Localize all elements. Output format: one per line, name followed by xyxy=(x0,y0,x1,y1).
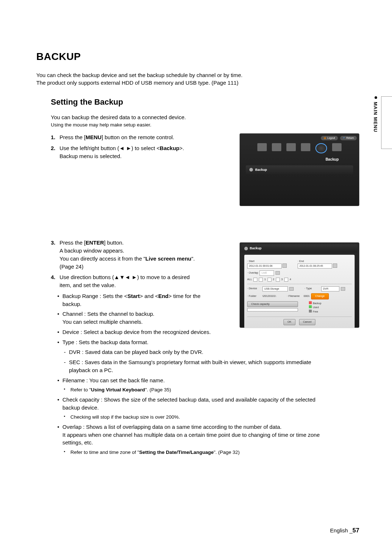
bullet-icon: • xyxy=(57,376,62,384)
page-title: BACKUP xyxy=(36,51,359,63)
checkbox-ch4[interactable] xyxy=(284,278,288,282)
bullet-overlap: • Overlap : Shows a list of overlapping … xyxy=(57,423,359,447)
menu-icon[interactable] xyxy=(301,143,310,151)
note-icon: ▪ xyxy=(64,449,70,456)
cancel-button[interactable]: Cancel xyxy=(299,319,315,325)
logout-button[interactable]: ⏻Logout xyxy=(321,136,338,140)
start-input[interactable]: 2012-01-01 00:01:06 xyxy=(247,263,282,269)
step-2: 2. Use the left/right button (◄ ►) to se… xyxy=(51,144,232,160)
side-section-label: MAIN MENU xyxy=(373,102,378,132)
dropdown-icon[interactable] xyxy=(275,271,280,275)
sub-type-dvr: - DVR : Saved data can be played back on… xyxy=(64,348,359,356)
overlap-field: · Overlap List0 xyxy=(247,270,352,275)
filename-value: 0001 xyxy=(304,294,310,298)
bullet-icon: • xyxy=(57,338,62,346)
step-text: Press the [ENTER] button. A backup windo… xyxy=(60,239,195,270)
bullet-range: • Backup Range : Sets the <Start> and <E… xyxy=(57,292,232,308)
type-select[interactable]: DVR xyxy=(321,286,339,291)
page-footer: English _57 xyxy=(330,527,359,534)
bullet-text: Filename : You can set the back file nam… xyxy=(62,376,165,384)
step-text: Use direction buttons (▲▼◄ ►) to move to… xyxy=(60,273,190,289)
bullet-icon: • xyxy=(57,423,62,447)
bullet-text: Device : Select a backup device from the… xyxy=(62,328,211,336)
ok-button[interactable]: OK xyxy=(283,319,295,325)
checkbox-ch3[interactable] xyxy=(276,278,280,282)
end-input[interactable]: 2012-01-01 08:25:45 xyxy=(298,263,332,269)
desc-line2: Using the mouse may help make setup easi… xyxy=(51,121,359,129)
intro-line1: You can check the backup device and set … xyxy=(36,71,359,79)
intro-line2: The product only supports external HDD o… xyxy=(36,79,359,86)
folder-field: · Folder \20120101\ xyxy=(247,293,276,299)
step-number: 2. xyxy=(51,144,57,160)
checkbox-all[interactable] xyxy=(253,278,257,282)
channel-row: ALL 1 2 3 4 xyxy=(247,278,352,282)
sub-type-sec: - SEC : Saves data in the Samsung's prop… xyxy=(64,358,359,374)
side-dot-icon xyxy=(375,96,377,99)
start-field: · Start 2012-01-01 00:01:06 xyxy=(247,259,287,269)
note-text: Refer to time and time zone of "Setting … xyxy=(70,449,240,456)
device-select[interactable]: USB-Storage xyxy=(262,286,288,291)
spinner-icon[interactable] xyxy=(333,263,337,268)
capacity-bar xyxy=(247,308,298,311)
bullet-text: Backup Range : Sets the <Start> and <End… xyxy=(62,292,200,308)
bullet-text: Type : Sets the backup data format. xyxy=(62,338,148,346)
note-text: Refer to "Using Virtual Keyboard". (Page… xyxy=(70,386,171,394)
bullet-capacity: • Check capacity : Shows the size of the… xyxy=(57,396,359,412)
page-number: 57 xyxy=(352,527,359,534)
bullet-text: Overlap : Shows a list of overlapping da… xyxy=(62,423,320,447)
note-icon: ▪ xyxy=(64,386,70,394)
bullet-device: • Device : Select a backup device from t… xyxy=(57,328,359,336)
bullet-filename: • Filename : You can set the back file n… xyxy=(57,376,359,384)
step-4: 4. Use direction buttons (▲▼◄ ►) to move… xyxy=(51,273,232,289)
change-button[interactable]: Change xyxy=(311,293,328,299)
screenshot-menu: ⏻Logout ↶Return Backup Backup xyxy=(240,133,359,206)
overlap-select[interactable]: List0 xyxy=(260,270,274,275)
menu-icon[interactable] xyxy=(332,143,342,151)
bullet-icon: • xyxy=(57,396,62,412)
step-number: 4. xyxy=(51,273,57,289)
step-3: 3. Press the [ENTER] button. A backup wi… xyxy=(51,239,232,270)
dash-icon: - xyxy=(64,348,69,356)
bullet-icon: • xyxy=(57,292,62,308)
side-tab xyxy=(381,96,392,149)
check-capacity-button[interactable]: Check capacity xyxy=(247,301,298,307)
note-text: Checking will stop if the backup size is… xyxy=(70,414,180,421)
desc-line1: You can backup the desired data to a con… xyxy=(51,113,359,121)
backup-menu-icon[interactable] xyxy=(315,143,327,153)
bullet-text: Channel : Sets the channel to backup.You… xyxy=(62,310,155,326)
legend-used-icon xyxy=(309,305,312,308)
menu-icon[interactable] xyxy=(257,143,267,151)
menu-icon[interactable] xyxy=(286,143,296,151)
device-field: · Device USB-Storage xyxy=(247,286,294,291)
screenshot-backup-dialog: Backup · Start 2012-01-01 00:01:06 · End… xyxy=(240,242,359,328)
checkbox-ch1[interactable] xyxy=(259,278,263,282)
sub-text: DVR : Saved data can be played back only… xyxy=(69,348,203,356)
section-subtitle: Setting the Backup xyxy=(51,97,359,107)
step-number: 3. xyxy=(51,239,57,270)
legend-backup-icon xyxy=(309,301,312,304)
dialog-header: Backup xyxy=(241,244,358,253)
dropdown-icon[interactable] xyxy=(341,287,345,291)
bullet-text: Check capacity : Shows the size of the s… xyxy=(62,396,315,412)
bullet-icon: • xyxy=(57,310,62,326)
dropdown-icon[interactable] xyxy=(289,287,294,291)
end-field: · End 2012-01-01 08:25:45 xyxy=(298,259,337,269)
filename-field: · Filename 0001 Change xyxy=(287,293,329,299)
backup-icon xyxy=(244,247,248,250)
legend-free-icon xyxy=(309,310,312,313)
checkbox-ch2[interactable] xyxy=(268,278,271,282)
spinner-icon[interactable] xyxy=(282,263,287,268)
capacity-legend: Backup Used Free xyxy=(309,301,321,314)
return-button[interactable]: ↶Return xyxy=(340,136,357,140)
menu-icon[interactable] xyxy=(272,143,281,151)
step-text: Press the [MENU] button on the remote co… xyxy=(60,133,174,141)
menu-tab-label: Backup xyxy=(242,157,357,162)
submenu-backup[interactable]: Backup xyxy=(246,165,353,174)
bullet-type: • Type : Sets the backup data format. xyxy=(57,338,359,346)
sub-text: SEC : Saves data in the Samsung's propri… xyxy=(69,358,311,374)
bullet-channel: • Channel : Sets the channel to backup.Y… xyxy=(57,310,232,326)
note-filename: ▪ Refer to "Using Virtual Keyboard". (Pa… xyxy=(64,386,359,394)
note-capacity: ▪ Checking will stop if the backup size … xyxy=(64,414,359,421)
intro-text: You can check the backup device and set … xyxy=(36,71,359,86)
step-text: Use the left/right button (◄ ►) to selec… xyxy=(60,144,184,160)
